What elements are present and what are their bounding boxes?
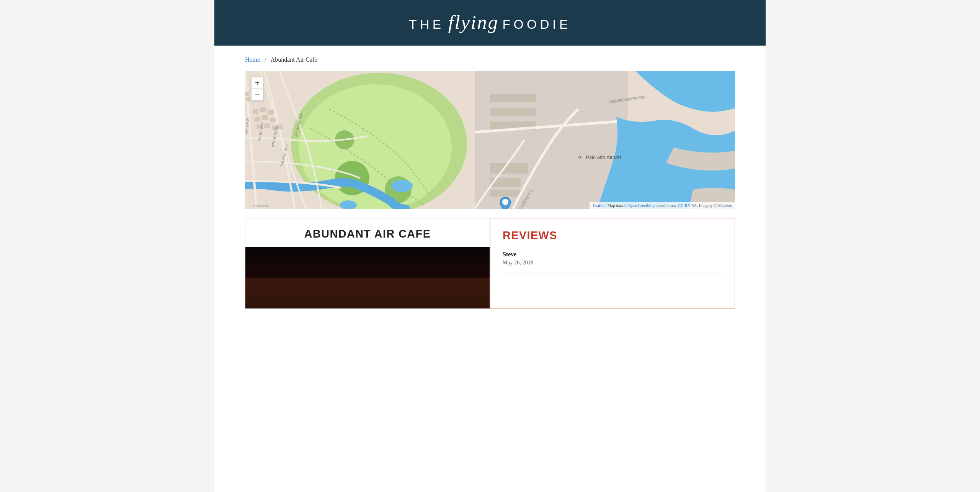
map-container: JASMINE WAY WISTERIA DR DAPHNE WAY ASTER… — [245, 71, 735, 209]
review-item: Steve May 26, 2018 — [503, 251, 722, 272]
roof — [245, 247, 490, 278]
title-flying: flying — [448, 11, 499, 33]
restaurant-photo-inner: AIR — [245, 247, 490, 308]
svg-rect-27 — [490, 163, 528, 174]
svg-point-6 — [391, 180, 413, 192]
svg-rect-16 — [255, 117, 260, 121]
svg-point-43 — [502, 199, 508, 205]
map-zoom-out-button[interactable]: − — [252, 89, 263, 100]
map-svg: JASMINE WAY WISTERIA DR DAPHNE WAY ASTER… — [245, 71, 735, 209]
map-zoom-in-button[interactable]: + — [252, 77, 263, 89]
svg-rect-12 — [246, 97, 250, 101]
siding — [245, 278, 490, 308]
svg-text:Palo Alto Airport: Palo Alto Airport — [586, 154, 621, 160]
attribution-osm-link[interactable]: OpenStreetMap — [628, 203, 655, 208]
bottom-section: ABUNDANT AIR CAFE AIR REVIEWS S — [245, 218, 735, 309]
svg-rect-25 — [490, 108, 536, 116]
svg-rect-29 — [490, 190, 521, 197]
breadcrumb: Home / Abundant Air Cafe — [214, 46, 766, 71]
svg-text:LAURA LN: LAURA LN — [253, 204, 270, 208]
map-controls: + − — [251, 77, 263, 101]
attribution-text-1: | Map data © — [604, 203, 628, 208]
reviewer-name: Steve — [503, 251, 722, 258]
svg-rect-18 — [270, 118, 276, 122]
breadcrumb-separator: / — [265, 56, 266, 63]
title-foodie: FOODIE — [503, 17, 571, 32]
attribution-leaflet-link[interactable]: Leaflet — [593, 203, 604, 208]
svg-rect-24 — [490, 94, 536, 102]
attribution-text-2: contributors, — [655, 203, 678, 208]
review-date: May 26, 2018 — [503, 259, 722, 266]
breadcrumb-current: Abundant Air Cafe — [271, 56, 317, 63]
svg-rect-15 — [268, 110, 274, 115]
map-attribution: Leaflet | Map data © OpenStreetMap contr… — [590, 202, 735, 209]
svg-text:✈: ✈ — [578, 154, 582, 160]
svg-rect-17 — [262, 115, 268, 120]
svg-rect-13 — [253, 109, 258, 114]
reviews-section: REVIEWS Steve May 26, 2018 — [490, 218, 735, 309]
svg-rect-20 — [264, 123, 270, 128]
site-header: THE flying FOODIE — [214, 0, 766, 46]
title-the: THE — [409, 17, 444, 32]
restaurant-name: ABUNDANT AIR CAFE — [245, 218, 490, 247]
restaurant-card: ABUNDANT AIR CAFE AIR — [245, 218, 490, 309]
attribution-mapbox-link[interactable]: Mapbox — [718, 203, 732, 208]
svg-rect-14 — [260, 107, 266, 112]
reviews-title: REVIEWS — [503, 229, 722, 242]
site-title-group: THE flying FOODIE — [409, 11, 571, 33]
svg-rect-9 — [245, 92, 249, 96]
restaurant-photo: AIR — [245, 247, 490, 308]
breadcrumb-home-link[interactable]: Home — [245, 56, 260, 63]
attribution-cc-link[interactable]: CC-BY-SA — [678, 203, 697, 208]
attribution-text-3: , Imagery © — [697, 203, 718, 208]
